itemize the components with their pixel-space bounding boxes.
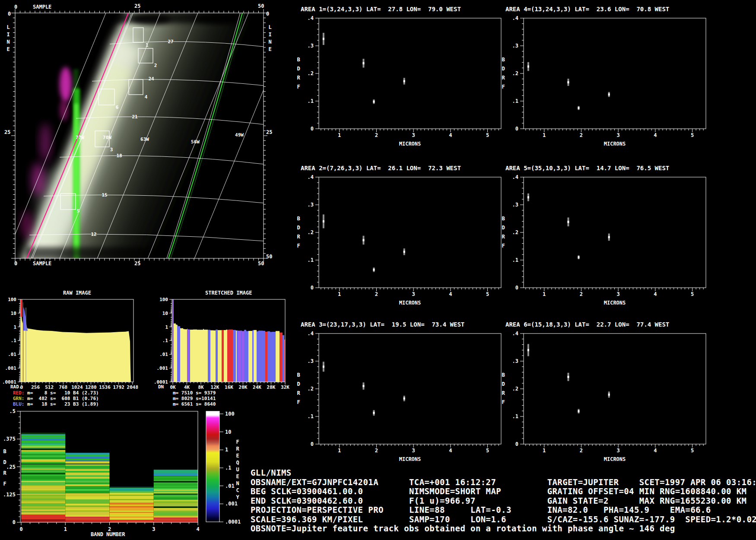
stretched-stripe	[267, 331, 270, 382]
bdrf-letter: B	[297, 372, 300, 378]
band-bar-stripe	[110, 518, 154, 520]
raw-stats-grn-label: GRN:	[13, 396, 25, 401]
band-x-label: 4	[196, 526, 199, 532]
x-tick-label: 5	[486, 132, 489, 138]
band-bar-stripe	[21, 454, 65, 455]
hist-y-label: 100	[159, 297, 168, 302]
band-bar-stripe	[21, 445, 65, 446]
band-bar-stripe	[21, 494, 65, 495]
band-bar-stripe	[21, 439, 65, 441]
band-bar-stripe	[65, 506, 109, 507]
top-dark-blob	[132, 14, 171, 24]
band-bar-stripe	[154, 501, 198, 502]
x-tick-label: 2	[580, 291, 583, 297]
band-bar-stripe	[154, 505, 198, 505]
y-tick-label: 0	[311, 126, 314, 132]
stretched-stripe	[197, 330, 200, 382]
sample-axis-bottom-tick-25: 25	[134, 261, 140, 267]
colorbar-tick-label: 100	[225, 411, 235, 417]
raw-stats-red-label: RED:	[13, 390, 25, 396]
band-bar-stripe	[21, 490, 65, 492]
bdrf-letter: R	[502, 390, 505, 396]
stretched-stripe	[258, 330, 263, 382]
microns-label: MICRONS	[399, 141, 421, 147]
band-bar-stripe	[21, 457, 65, 458]
band-bar-stripe	[65, 473, 109, 474]
band-bar-stripe	[110, 513, 154, 514]
data-point	[403, 251, 405, 253]
x-tick-label: 5	[691, 448, 694, 454]
stretched-stripe	[218, 330, 222, 382]
line-axis-right-tick-0: 0	[266, 11, 269, 17]
band-bar-stripe	[65, 499, 109, 501]
band-bar-stripe	[65, 455, 109, 456]
stretched-stripe	[276, 331, 280, 382]
info-line-4: END SCLK=03900462.60.0 F(1 u)=966.97 GAI…	[251, 496, 746, 505]
info-line-7: OBSNOTE=Jupiter feature track obs obtain…	[251, 524, 675, 533]
bdrf-letter: D	[502, 66, 505, 72]
bdrf-letter: B	[297, 57, 300, 63]
scatter-plot: .4.3.2.1012345MICRONSBDRF	[502, 330, 706, 462]
band-bar-stripe	[154, 512, 198, 514]
band-bar-stripe	[65, 498, 109, 499]
data-point	[527, 196, 529, 198]
stretched-stripe	[200, 330, 203, 382]
raw-blue-spike	[23, 307, 28, 331]
x-tick-label: 4	[449, 448, 452, 454]
y-tick-label: .1	[512, 257, 518, 263]
band-bar-stripe	[21, 489, 65, 490]
lat-label-18: 18	[116, 153, 122, 159]
band-bar-stripe	[154, 470, 198, 471]
stretched-stats-2: m= 8029 s=10141	[173, 396, 216, 401]
band-bar-stripe	[154, 473, 198, 474]
band-bar-stripe	[110, 489, 154, 490]
hist-y-label: .1	[162, 338, 168, 343]
stretched-stripe	[226, 330, 227, 382]
stretched-stats-1: m= 7510 s= 9379	[173, 391, 216, 396]
area6-title: AREA 6=(15,18,3,3) LAT= 22.7 LON= 77.4 W…	[505, 321, 713, 328]
y-tick-label: .2	[308, 229, 314, 235]
bdrf-letter: D	[502, 381, 505, 387]
stretched-stripe	[208, 330, 210, 382]
band-bar-stripe	[65, 463, 109, 464]
stretched-stripe	[190, 330, 193, 382]
hist-x-label: 4K	[184, 384, 190, 390]
band-bar-stripe	[65, 480, 109, 481]
band-bar-stripe	[110, 515, 154, 516]
raw-yellow-area	[21, 300, 131, 382]
bdrf-letter: D	[502, 225, 505, 231]
data-point	[578, 256, 579, 258]
lat-label-21: 21	[132, 114, 138, 120]
magenta-blob	[40, 123, 51, 162]
scatter-plot: .4.3.2.1012345MICRONSBDRF	[297, 330, 501, 462]
band-bar-stripe	[110, 500, 154, 502]
hist-x-label: 0K	[170, 384, 176, 390]
band-bar-stripe	[21, 447, 65, 448]
band-bar-stripe	[154, 508, 198, 509]
raw-stats-blu: BLU: m= 18 s= 23 B3 (1.89)	[13, 402, 99, 407]
magenta-blob	[60, 99, 68, 121]
info-line-2: OBSNAME/EXT=G7JNPFC14201A TCA=+001 16:12…	[251, 478, 756, 487]
stretched-x-axis-name: DN	[158, 384, 164, 390]
plot-frame	[319, 334, 501, 444]
band-bar-stripe	[65, 461, 109, 463]
band-bar-stripe	[65, 483, 109, 483]
bdrf-letter: R	[297, 75, 300, 81]
band-bar-stripe	[21, 505, 65, 506]
x-tick-label: 5	[691, 132, 694, 138]
hist-y-label: .01	[159, 352, 168, 357]
band-bar-stripe	[65, 479, 109, 480]
band-x-label: 3	[152, 526, 155, 532]
data-point	[403, 80, 405, 82]
data-point	[527, 66, 529, 68]
area-box-label-4: 4	[145, 94, 148, 100]
stretched-stripe	[229, 330, 233, 382]
microns-label: MICRONS	[399, 300, 421, 306]
area-box-label-1: 1	[146, 42, 149, 48]
hist-x-label: 24K	[253, 384, 261, 390]
y-tick-label: .2	[512, 70, 518, 76]
band-bar-stripe	[154, 497, 198, 498]
stretched-stripe	[227, 330, 229, 382]
x-tick-label: 4	[654, 291, 657, 297]
stretched-stripe	[187, 329, 188, 382]
